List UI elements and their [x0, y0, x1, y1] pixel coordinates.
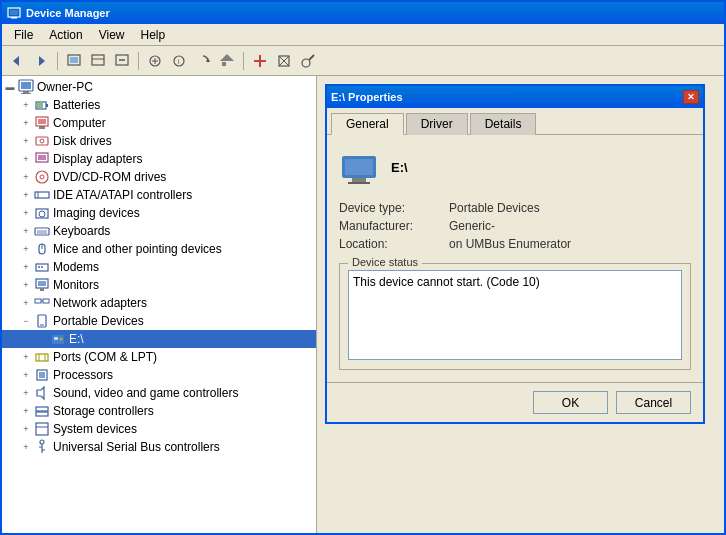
ide-icon	[34, 187, 50, 203]
list-item[interactable]: + Monitors	[2, 276, 316, 294]
tree-toggle[interactable]: +	[18, 277, 34, 293]
tree-e-drive[interactable]: E:\	[2, 330, 316, 348]
toolbar-btn-8[interactable]	[192, 50, 214, 72]
menu-file[interactable]: File	[6, 26, 41, 44]
tree-toggle[interactable]: +	[18, 169, 34, 185]
device-status-textarea[interactable]: This device cannot start. (Code 10)	[348, 270, 682, 360]
toolbar: i	[2, 46, 724, 76]
tree-toggle[interactable]: +	[18, 367, 34, 383]
toolbar-btn-9[interactable]	[216, 50, 238, 72]
tree-toggle[interactable]: +	[18, 187, 34, 203]
properties-dialog: E:\ Properties ✕ General Driver Details	[325, 84, 705, 424]
dvd-icon	[34, 169, 50, 185]
toolbar-btn-10[interactable]	[249, 50, 271, 72]
title-bar: Device Manager	[2, 2, 724, 24]
list-item[interactable]: + Sound, video and game controllers	[2, 384, 316, 402]
svg-rect-36	[36, 137, 48, 145]
list-item[interactable]: + Display adapters	[2, 150, 316, 168]
tree-root-label: Owner-PC	[37, 80, 93, 94]
list-item[interactable]: + Modems	[2, 258, 316, 276]
tree-root[interactable]: ▬ Owner-PC	[2, 78, 316, 96]
tree-toggle[interactable]: +	[18, 295, 34, 311]
tree-toggle[interactable]: +	[18, 205, 34, 221]
tree-root-toggle[interactable]: ▬	[2, 79, 18, 95]
svg-text:i: i	[178, 58, 180, 65]
toolbar-btn-11[interactable]	[273, 50, 295, 72]
menu-help[interactable]: Help	[133, 26, 174, 44]
tab-driver[interactable]: Driver	[406, 113, 468, 135]
tree-portable-devices[interactable]: − Portable Devices	[2, 312, 316, 330]
imaging-icon	[34, 205, 50, 221]
list-item[interactable]: + Disk drives	[2, 132, 316, 150]
tree-toggle[interactable]: +	[18, 151, 34, 167]
props-row-manufacturer: Manufacturer: Generic-	[339, 219, 691, 233]
svg-rect-55	[38, 281, 46, 286]
computer-small-icon	[34, 115, 50, 131]
tree-toggle[interactable]: +	[18, 403, 34, 419]
menu-view[interactable]: View	[91, 26, 133, 44]
svg-rect-34	[38, 119, 46, 124]
svg-point-75	[40, 440, 44, 444]
svg-rect-46	[35, 228, 49, 235]
dialog-buttons: OK Cancel	[327, 382, 703, 422]
svg-rect-80	[345, 159, 373, 175]
tree-toggle[interactable]: +	[18, 439, 34, 455]
toolbar-btn-12[interactable]	[297, 50, 319, 72]
ports-icon	[34, 349, 50, 365]
toolbar-btn-7[interactable]: i	[168, 50, 190, 72]
tree-toggle-portable[interactable]: −	[18, 313, 34, 329]
svg-rect-31	[46, 104, 48, 107]
toolbar-btn-3[interactable]	[63, 50, 85, 72]
tab-general[interactable]: General	[331, 113, 404, 135]
props-header: E:\	[339, 147, 691, 187]
svg-point-24	[302, 59, 310, 67]
forward-button[interactable]	[30, 50, 52, 72]
svg-point-52	[38, 266, 40, 268]
props-val-device-type: Portable Devices	[449, 201, 540, 215]
tree-toggle[interactable]: +	[18, 97, 34, 113]
list-item[interactable]: + System devices	[2, 420, 316, 438]
list-item[interactable]: + DVD/CD-ROM drives	[2, 168, 316, 186]
tree-toggle[interactable]: +	[18, 241, 34, 257]
tree-toggle[interactable]: +	[18, 223, 34, 239]
keyboards-label: Keyboards	[53, 224, 110, 238]
tree-toggle[interactable]: +	[18, 349, 34, 365]
toolbar-btn-4[interactable]	[87, 50, 109, 72]
tree-item-label: Disk drives	[53, 134, 112, 148]
tree-mice[interactable]: + Mice and other pointing devices	[2, 240, 316, 258]
tab-details[interactable]: Details	[470, 113, 537, 135]
tree-toggle[interactable]: +	[18, 421, 34, 437]
props-key-location: Location:	[339, 237, 449, 251]
tree-toggle[interactable]: +	[18, 385, 34, 401]
list-item[interactable]: + Batteries	[2, 96, 316, 114]
cancel-button[interactable]: Cancel	[616, 391, 691, 414]
close-button[interactable]: ✕	[683, 90, 699, 104]
tree-toggle[interactable]: +	[18, 133, 34, 149]
svg-rect-27	[21, 82, 31, 89]
list-item[interactable]: + Computer	[2, 114, 316, 132]
content-area: ▬ Owner-PC + Batteries	[2, 76, 724, 533]
list-item[interactable]: + IDE ATA/ATAPI controllers	[2, 186, 316, 204]
props-key-manufacturer: Manufacturer:	[339, 219, 449, 233]
device-icon	[339, 147, 379, 187]
list-item[interactable]: + Storage controllers	[2, 402, 316, 420]
list-item[interactable]: + Network adapters	[2, 294, 316, 312]
list-item[interactable]: + Ports (COM & LPT)	[2, 348, 316, 366]
ok-button[interactable]: OK	[533, 391, 608, 414]
toolbar-btn-5[interactable]	[111, 50, 133, 72]
list-item[interactable]: + Imaging devices	[2, 204, 316, 222]
menu-action[interactable]: Action	[41, 26, 90, 44]
props-val-location: on UMBus Enumerator	[449, 237, 571, 251]
toolbar-btn-6[interactable]	[144, 50, 166, 72]
list-item[interactable]: + Universal Serial Bus controllers	[2, 438, 316, 456]
tree-keyboards[interactable]: + Keyboards	[2, 222, 316, 240]
back-button[interactable]	[6, 50, 28, 72]
tree-toggle[interactable]: +	[18, 115, 34, 131]
list-item[interactable]: + Processors	[2, 366, 316, 384]
main-window: Device Manager File Action View Help i	[0, 0, 726, 535]
tree-toggle[interactable]: +	[18, 259, 34, 275]
system-icon	[34, 421, 50, 437]
svg-rect-81	[352, 178, 366, 182]
computer-icon	[18, 79, 34, 95]
props-content: E:\ Device type: Portable Devices Manufa…	[327, 135, 703, 382]
